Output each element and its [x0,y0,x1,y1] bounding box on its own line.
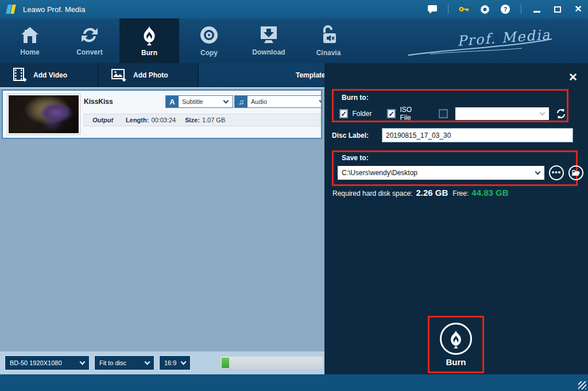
disc-label-row: Disc Label: [332,128,580,143]
audio-dropdown-value: Audio [247,98,320,105]
subtitle-a-icon: A [166,96,179,107]
tab-home[interactable]: Home [0,18,60,63]
open-folder-button[interactable] [568,165,583,180]
maximize-button[interactable] [552,4,563,14]
tab-copy[interactable]: Copy [179,18,239,63]
help-icon[interactable]: ? [500,4,510,14]
register-key-icon[interactable] [459,4,469,14]
subtitle-dropdown[interactable]: A Subtitle [165,95,233,108]
save-to-highlight-box: Save to: C:\Users\wendy\Desktop ••• 1 [332,150,578,186]
window-title: Leawo Prof. Media [23,5,85,14]
left-column: Add Video Add Photo Template KissKiss [0,63,324,374]
video-title: KissKiss [84,98,113,106]
disc-type-value: BD-50 1920X1080 [10,359,62,366]
home-icon [20,25,40,45]
copy-disc-icon [199,25,219,45]
tab-cinavia[interactable]: Cinavia [299,18,358,63]
required-space-label: Required hard disk space: [332,189,412,198]
output-info-bar: Output Length: 00:03:24 Size: 1.07 GB [84,114,320,126]
burn-button-label: Burn [430,357,482,367]
free-space-value: 44.83 GB [471,188,508,198]
burn-button[interactable]: Burn [428,316,484,373]
app-window: Leawo Prof. Media ? ✕ Home [0,0,588,391]
brand-logo: Prof. Media [407,25,556,60]
tab-label: Download [252,48,285,56]
free-space-label: Free: [452,189,469,198]
titlebar-separator [521,5,521,14]
add-video-button[interactable]: Add Video [0,63,99,87]
resize-grip[interactable] [578,381,586,389]
tab-label: Home [20,48,39,56]
chevron-down-icon [223,98,229,104]
disc-label-label: Disc Label: [332,131,369,140]
iso-file-checkbox-label: ISO File [400,106,423,122]
open-folder-icon [572,169,580,176]
burn-to-label: Burn to: [342,94,369,102]
burn-button-circle [440,323,472,355]
required-space-value: 2.26 GB [416,188,448,198]
size-label: Size: [185,117,200,123]
tab-burn[interactable]: Burn [119,18,179,63]
folder-checkbox-label: Folder [352,110,372,118]
tab-label: Copy [200,49,218,57]
aspect-value: 16:9 [164,359,176,366]
media-list: KissKiss A Subtitle ♫ Audio Output Lengt… [0,87,324,351]
add-photo-button[interactable]: Add Photo [99,63,199,87]
burn-to-highlight-box: Burn to: ✓ Folder ✓ ISO File [332,89,568,122]
length-label: Length: [126,117,149,123]
tab-label: Burn [141,49,157,57]
settings-gear-icon[interactable] [479,4,490,14]
disc-space-indicator [220,356,323,370]
browse-button[interactable]: ••• [549,165,564,180]
leawo-logo-icon [6,4,17,14]
tab-label: Convert [76,48,102,56]
output-label: Output [92,117,113,123]
disc-drive-dropdown[interactable] [455,107,549,120]
tab-label: Cinavia [316,49,341,57]
size-value: 1.07 GB [202,117,225,123]
brand-swoosh [407,25,556,60]
minimize-button[interactable] [532,4,542,14]
template-button[interactable]: Template [296,71,324,79]
convert-icon [79,25,100,45]
subtitle-dropdown-value: Subtitle [179,98,224,105]
add-video-icon [13,68,26,83]
disk-space-info: Required hard disk space: 2.26 GB Free: … [332,188,509,198]
tab-convert[interactable]: Convert [60,18,119,63]
fit-to-disc-dropdown[interactable]: Fit to disc [94,355,154,370]
chevron-down-icon [540,110,546,116]
save-path-value: C:\Users\wendy\Desktop [338,169,536,177]
main-nav: Home Convert Burn Copy [0,18,588,63]
add-photo-label: Add Photo [133,71,168,79]
close-button[interactable]: ✕ [573,4,583,14]
folder-checkbox[interactable]: ✓ [339,109,348,118]
save-path-dropdown[interactable]: C:\Users\wendy\Desktop [338,166,544,180]
disc-drive-checkbox[interactable] [439,109,447,118]
status-bar [0,374,588,391]
video-thumbnail [7,94,80,135]
video-list-item[interactable]: KissKiss A Subtitle ♫ Audio Output Lengt… [2,90,322,139]
aspect-ratio-dropdown[interactable]: 16:9 [159,355,191,370]
chevron-down-icon [80,359,86,365]
titlebar: Leawo Prof. Media ? ✕ [0,0,588,18]
refresh-drives-button[interactable] [555,108,567,119]
tab-download[interactable]: Download [239,18,299,63]
chevron-down-icon [181,359,187,365]
feedback-icon[interactable] [427,4,438,14]
burn-flame-icon [448,329,464,349]
disc-type-dropdown[interactable]: BD-50 1920X1080 [5,355,90,370]
toolbar: Add Video Add Photo Template [0,63,324,87]
output-settings-bar: BD-50 1920X1080 Fit to disc 16:9 [0,351,324,374]
panel-close-icon[interactable]: ✕ [567,72,579,83]
add-video-label: Add Video [33,71,67,79]
add-photo-icon [111,68,126,82]
burn-settings-panel: ✕ Burn to: ✓ Folder ✓ ISO File [324,63,588,374]
iso-file-checkbox[interactable]: ✓ [387,109,396,118]
refresh-icon [555,108,567,119]
disc-label-input[interactable] [382,128,573,142]
burn-flame-icon [141,25,158,45]
disc-space-used [222,358,229,368]
cinavia-lock-icon [319,25,338,45]
audio-dropdown[interactable]: ♫ Audio [234,95,321,108]
length-value: 00:03:24 [151,117,176,123]
